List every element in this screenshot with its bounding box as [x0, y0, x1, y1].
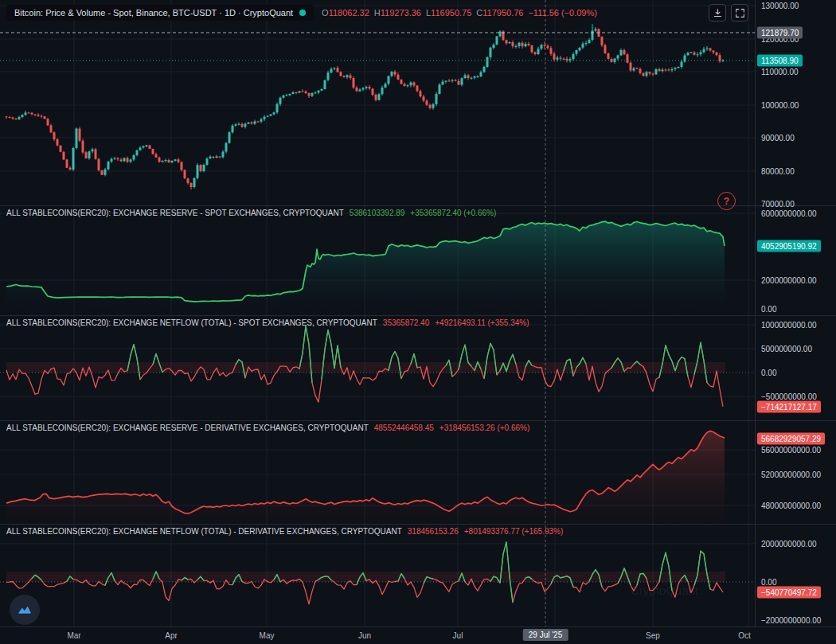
crosshair-date-badge: 29 Jul '25 [523, 629, 568, 641]
panel-separator[interactable] [0, 420, 836, 421]
legend-value: 35365872.40 [383, 318, 429, 327]
axis-tick-label: 2000000000.00 [761, 276, 817, 285]
axis-tick-label: 1000000000.00 [761, 321, 817, 330]
open-label: O [322, 8, 329, 18]
symbol-legend[interactable]: Bitcoin: Price & Volume - Spot, Binance,… [6, 5, 314, 21]
axis-tick-label: 2000000000.00 [761, 540, 817, 548]
time-axis-label: Jun [358, 631, 371, 640]
time-axis-label: May [260, 631, 275, 640]
axis-value-badge: 121879.70 [757, 27, 803, 39]
axis-tick-label: 56000000000.00 [761, 446, 821, 455]
axis-tick-label: 52000000000.00 [761, 470, 821, 479]
high-value: 119273.36 [381, 8, 421, 18]
time-axis-label: Apr [165, 631, 178, 640]
panel-legend-spot-netflow: ALL STABLECOINS(ERC20): EXCHANGE NETFLOW… [6, 318, 529, 327]
time-axis-label: Jul [453, 631, 463, 640]
axis-tick-label: 48000000000.00 [761, 502, 821, 510]
axis-tick-label: 80000.00 [761, 167, 795, 176]
panel-separator[interactable] [0, 524, 836, 525]
legend-title: ALL STABLECOINS(ERC20): EXCHANGE RESERVE… [6, 209, 344, 217]
legend-change: +801493376.77 (+165.93%) [464, 527, 564, 536]
axis-tick-label: 0.00 [761, 369, 776, 377]
legend-title: ALL STABLECOINS(ERC20): EXCHANGE NETFLOW… [6, 318, 377, 327]
axis-tick-label: 70000.00 [761, 200, 795, 209]
legend-title: ALL STABLECOINS(ERC20): EXCHANGE NETFLOW… [6, 527, 402, 536]
panel-legend-spot-reserve: ALL STABLECOINS(ERC20): EXCHANGE RESERVE… [6, 209, 496, 217]
high-label: H [374, 8, 381, 18]
axis-tick-label: 500000000.00 [761, 345, 812, 353]
live-status-dot-icon [299, 10, 306, 16]
axis-tick-label: −2000000000.00 [761, 616, 821, 625]
panel-separator[interactable] [0, 205, 836, 206]
time-axis-label: Sep [646, 631, 660, 640]
legend-value: 318456153.26 [408, 527, 459, 536]
legend-change: +318456153.26 (+0.66%) [439, 423, 529, 432]
panel-legend-deriv-netflow: ALL STABLECOINS(ERC20): EXCHANGE NETFLOW… [6, 527, 563, 536]
chart-app: Bitcoin: Price & Volume - Spot, Binance,… [0, 0, 836, 644]
close-value: 117950.76 [482, 8, 523, 18]
panel-separator[interactable] [0, 315, 836, 316]
legend-value: 5386103392.89 [350, 209, 405, 217]
download-button[interactable] [709, 4, 726, 21]
legend-change: +49216493.11 (+355.34%) [435, 318, 529, 327]
symbol-title: Bitcoin: Price & Volume - Spot, Binance,… [14, 8, 293, 18]
axis-value-badge: −540770497.72 [757, 587, 821, 599]
ohlc-readout: O118062.32 H119273.36 L116950.75 C117950… [322, 8, 597, 18]
mountain-chart-icon [16, 601, 33, 619]
legend-value: 48552446458.45 [374, 423, 434, 432]
axis-tick-label: 0.00 [761, 578, 776, 587]
axis-tick-label: 0.00 [761, 305, 776, 314]
axis-value-badge: 113508.90 [757, 55, 803, 67]
time-axis-label: Oct [738, 631, 751, 640]
panel-legend-deriv-reserve: ALL STABLECOINS(ERC20): EXCHANGE RESERVE… [6, 423, 529, 432]
price-axis[interactable]: 130000.00120000.00110000.00100000.009000… [755, 0, 836, 626]
time-axis-label: Mar [67, 631, 80, 640]
low-value: 116950.75 [431, 8, 471, 18]
change-value: −111.56 (−0.09%) [528, 8, 596, 18]
axis-tick-label: 110000.00 [761, 68, 799, 76]
header-buttons [709, 4, 748, 21]
fullscreen-icon [735, 8, 745, 18]
axis-tick-label: 130000.00 [761, 2, 799, 10]
axis-tick-label: 6000000000.00 [761, 209, 817, 218]
watermark: CryptoQuant [631, 584, 698, 597]
axis-value-badge: 56682929057.29 [757, 433, 825, 445]
chart-header: Bitcoin: Price & Volume - Spot, Binance,… [6, 4, 748, 21]
fullscreen-button[interactable] [731, 4, 748, 21]
deriv-reserve-area [6, 431, 725, 523]
open-value: 118062.32 [329, 8, 369, 18]
axis-value-badge: 4052905190.92 [757, 240, 821, 252]
axis-value-badge: −714217127.17 [757, 401, 821, 413]
axis-tick-label: −500000000.00 [761, 392, 817, 401]
spot-reserve-area [6, 221, 725, 314]
axis-tick-label: 90000.00 [761, 134, 795, 142]
help-button[interactable]: ? [717, 192, 736, 210]
legend-title: ALL STABLECOINS(ERC20): EXCHANGE RESERVE… [6, 423, 369, 432]
axis-tick-label: 100000.00 [761, 101, 799, 110]
question-mark-icon: ? [724, 196, 729, 207]
cryptoquant-logo[interactable] [10, 595, 40, 625]
legend-change: +35365872.40 (+0.66%) [410, 209, 496, 217]
download-icon [713, 8, 723, 18]
time-axis[interactable]: ⚙ MarAprMayJunJulSepOct29 Jul '25 [0, 626, 836, 644]
